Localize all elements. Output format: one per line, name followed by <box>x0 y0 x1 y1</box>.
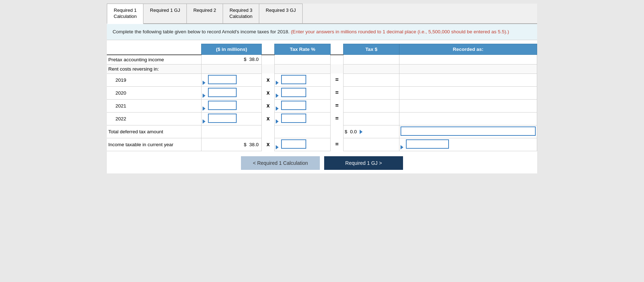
col-header-taxdollar: Tax $ <box>344 44 399 55</box>
instruction-box: Complete the following table given below… <box>107 24 537 40</box>
y2020-amount-cell <box>202 86 262 99</box>
tri-arrow-icon <box>276 94 279 98</box>
y2022-recorded <box>399 112 537 125</box>
tri-arrow-icon <box>203 119 205 124</box>
tab-req3calc[interactable]: Required 3Calculation <box>223 4 259 23</box>
y2020-taxrate-cell <box>275 86 331 99</box>
total-def-taxdollar-cell: $ 0.0 <box>344 125 399 138</box>
row-label-2020: 2020 <box>107 86 202 99</box>
tri-arrow-icon <box>276 106 279 111</box>
y2022-taxrate-cell <box>275 112 331 125</box>
table-row: 2021 x = <box>107 99 537 112</box>
table-row: Income taxable in current year $ 38.0 x … <box>107 138 537 151</box>
y2022-amount-input[interactable] <box>208 114 237 123</box>
table-row: 2020 x = <box>107 86 537 99</box>
income-tax-taxdollar <box>344 138 399 151</box>
tri-arrow-icon <box>203 106 205 111</box>
tab-req1gj[interactable]: Required 1 GJ <box>143 4 187 23</box>
main-table-wrap: ($ in millions) Tax Rate % Tax $ Recorde… <box>107 40 537 151</box>
y2021-amount-cell <box>202 99 262 112</box>
total-def-amount <box>202 125 262 138</box>
tri-arrow-icon <box>276 145 279 149</box>
y2021-x: x <box>262 99 275 112</box>
income-tax-recorded-cell <box>399 138 537 151</box>
y2019-amount-input[interactable] <box>208 75 237 84</box>
rent-taxrate <box>275 64 331 73</box>
income-tax-x: x <box>262 138 275 151</box>
rent-taxdollar <box>344 64 399 73</box>
y2021-taxdollar <box>344 99 399 112</box>
total-def-recorded-cell <box>399 125 537 138</box>
y2022-x: x <box>262 112 275 125</box>
y2019-x: x <box>262 73 275 86</box>
y2020-taxdollar <box>344 86 399 99</box>
y2021-taxrate-input[interactable] <box>281 101 306 110</box>
y2019-taxrate-cell <box>275 73 331 86</box>
tri-arrow-icon <box>203 81 205 85</box>
row-label-2019: 2019 <box>107 73 202 86</box>
y2020-recorded <box>399 86 537 99</box>
rent-recorded <box>399 64 537 73</box>
pretax-recorded <box>399 55 537 64</box>
income-tax-amount-cell: $ 38.0 <box>202 138 262 151</box>
row-label-income-taxable: Income taxable in current year <box>107 138 202 151</box>
y2022-taxdollar <box>344 112 399 125</box>
y2021-amount-input[interactable] <box>208 101 237 110</box>
y2019-recorded <box>399 73 537 86</box>
calculation-table: ($ in millions) Tax Rate % Tax $ Recorde… <box>107 44 537 151</box>
y2021-taxrate-cell <box>275 99 331 112</box>
y2019-taxrate-input[interactable] <box>281 75 306 84</box>
pretax-eq <box>331 55 344 64</box>
button-row: < Required 1 Calculation Required 1 GJ > <box>107 151 537 173</box>
next-button[interactable]: Required 1 GJ > <box>324 156 403 170</box>
y2022-amount-cell <box>202 112 262 125</box>
y2020-x: x <box>262 86 275 99</box>
prev-button[interactable]: < Required 1 Calculation <box>241 156 320 170</box>
col-header-taxrate: Tax Rate % <box>275 44 331 55</box>
instruction-main: Complete the following table given below… <box>113 29 289 34</box>
table-row: Rent costs reversing in: <box>107 64 537 73</box>
instruction-highlight: (Enter your answers in millions rounded … <box>291 29 509 34</box>
income-tax-recorded-input[interactable] <box>406 139 449 149</box>
tri-arrow-icon <box>276 81 279 85</box>
y2020-eq: = <box>331 86 344 99</box>
income-tax-rate-input[interactable] <box>281 139 306 149</box>
tri-arrow-icon <box>401 145 403 149</box>
income-tax-rate-cell <box>275 138 331 151</box>
y2019-eq: = <box>331 73 344 86</box>
rent-amount <box>202 64 262 73</box>
table-row: Pretax accounting income $ 38.0 <box>107 55 537 64</box>
row-label-rent: Rent costs reversing in: <box>107 64 202 73</box>
col-header-recorded: Recorded as: <box>399 44 537 55</box>
pretax-taxrate <box>275 55 331 64</box>
y2021-eq: = <box>331 99 344 112</box>
tab-req2[interactable]: Required 2 <box>187 4 223 23</box>
table-row: Total deferred tax amount $ 0.0 <box>107 125 537 138</box>
row-label-2022: 2022 <box>107 112 202 125</box>
tri-arrow-icon <box>276 119 279 124</box>
tri-arrow-icon <box>360 130 363 134</box>
row-label-2021: 2021 <box>107 99 202 112</box>
row-label-total-deferred: Total deferred tax amount <box>107 125 202 138</box>
table-row: 2019 x = <box>107 73 537 86</box>
y2021-recorded <box>399 99 537 112</box>
income-tax-eq: = <box>331 138 344 151</box>
tab-req1calc[interactable]: Required 1Calculation <box>107 4 143 24</box>
y2020-amount-input[interactable] <box>208 88 237 97</box>
tab-bar: Required 1Calculation Required 1 GJ Requ… <box>107 4 537 24</box>
y2019-taxdollar <box>344 73 399 86</box>
y2022-eq: = <box>331 112 344 125</box>
total-def-taxrate <box>275 125 331 138</box>
pretax-taxdollar <box>344 55 399 64</box>
col-header-dollars: ($ in millions) <box>202 44 262 55</box>
tri-arrow-icon <box>203 94 205 98</box>
total-def-recorded-input[interactable] <box>401 126 536 136</box>
y2022-taxrate-input[interactable] <box>281 114 306 123</box>
y2019-amount-cell <box>202 73 262 86</box>
pretax-amount-cell: $ 38.0 <box>202 55 262 64</box>
pretax-op <box>262 55 275 64</box>
y2020-taxrate-input[interactable] <box>281 88 306 97</box>
table-row: 2022 x = <box>107 112 537 125</box>
row-label-pretax: Pretax accounting income <box>107 55 202 64</box>
tab-req3gj[interactable]: Required 3 GJ <box>259 4 303 23</box>
